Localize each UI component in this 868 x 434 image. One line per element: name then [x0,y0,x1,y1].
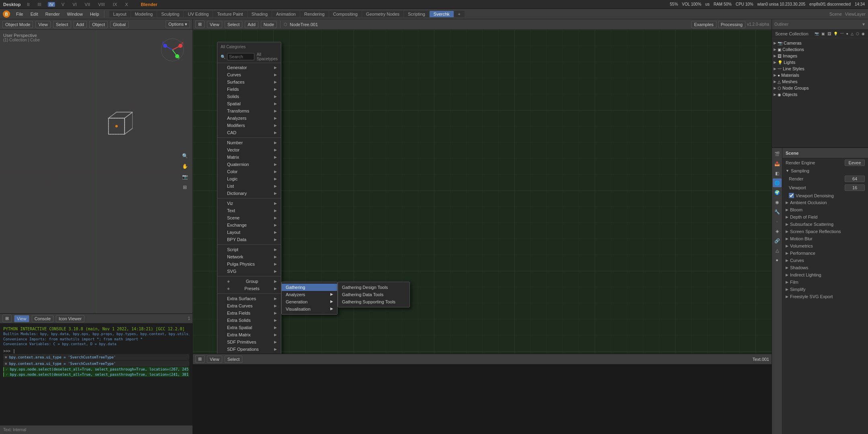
text-view-btn[interactable]: View [207,356,222,363]
outliner-objects-section[interactable]: ▶ ◉ Objects [772,91,868,98]
data-props-btn[interactable]: △ [773,246,782,255]
prop-section-volumetrics[interactable]: ▶Volumetrics [782,242,868,250]
grid-btn[interactable]: ⊞ [180,183,189,192]
ws-tab-layout[interactable]: Layout [109,11,131,17]
prop-section-bloom[interactable]: ▶Bloom [782,206,868,213]
scene-props-btn[interactable]: 🌐 [773,178,782,187]
outliner-collections-section[interactable]: ▶ ▣ Collections [772,46,868,53]
dropdown-item-layout[interactable]: Layout▶ [217,229,281,236]
console-tab-icon-viewer[interactable]: Icon Viewer [56,315,84,322]
dropdown-item-quaternion[interactable]: Quaternion▶ [217,161,281,168]
view-layer-props-btn[interactable]: ◧ [773,169,782,178]
dropdown-item-text[interactable]: Text▶ [217,207,281,214]
prop-section-shadows[interactable]: ▶Shadows [782,264,868,271]
dropdown-item-pulga[interactable]: Pulga Physics▶ [217,260,281,268]
menu-render[interactable]: Render [42,11,63,17]
gathering-submenu-generation[interactable]: Generation ▶ [282,298,337,305]
text-content-area[interactable] [193,364,772,434]
dropdown-item-list[interactable]: List▶ [217,182,281,190]
outliner-cameras-icon[interactable]: 📷 [815,32,819,36]
dropdown-item-group[interactable]: ◈Group▶ [217,278,281,285]
dropdown-search-input[interactable] [227,53,254,60]
dropdown-item-extra-matrix[interactable]: Extra Matrix▶ [217,331,281,338]
dropdown-item-generator[interactable]: Generator▶ [217,64,281,71]
render-props-btn[interactable]: 🎬 [773,149,782,158]
viewport-add-btn[interactable]: Add [74,21,87,28]
viewport-view-btn[interactable]: View [35,21,51,28]
prop-section-indirect-lighting[interactable]: ▶Indirect Lighting [782,271,868,278]
text-file-name[interactable]: Text.001 [752,357,769,362]
ws-tab-modeling[interactable]: Modeling [131,11,157,17]
outliner-objects-icon[interactable]: ◉ [862,32,865,36]
ws-tab-compositing[interactable]: Compositing [329,11,362,17]
dropdown-item-sdf-operations[interactable]: SDF Operations▶ [217,346,281,353]
ws-tab-animation[interactable]: Animation [272,11,300,17]
prop-section-curves[interactable]: ▶Curves [782,257,868,264]
outliner-linestyles-icon[interactable]: 〰 [840,32,844,36]
ws-tab-geonodes[interactable]: Geometry Nodes [362,11,403,17]
modifier-props-btn[interactable]: 🔧 [773,207,782,216]
menu-edit[interactable]: Edit [27,11,41,17]
node-processing-btn[interactable]: Processing [718,21,745,28]
particle-props-btn[interactable]: · [773,217,782,226]
tool-supporting[interactable]: Gathering Supporting Tools [338,298,409,305]
ws-tab-texture[interactable]: Texture Paint [213,11,247,17]
viewport-mode-btn[interactable]: Object Mode [2,21,33,28]
tool-data[interactable]: Gathering Data Tools [338,291,409,298]
dropdown-item-extra-solids[interactable]: Extra Solids▶ [217,317,281,324]
outliner-nodegroups-icon[interactable]: ⬡ [856,32,859,36]
dropdown-item-data[interactable]: Data▶ [217,353,281,354]
render-samples-value[interactable]: 64 [845,176,865,182]
cube-object[interactable] [100,110,133,142]
workspace-x[interactable]: X [123,2,129,7]
dropdown-item-color[interactable]: Color▶ [217,168,281,175]
dropdown-item-spatial[interactable]: Spatial▶ [217,100,281,107]
outliner-linestyles-section[interactable]: ▶ 〰 Line Styles [772,66,868,72]
ws-tab-scripting[interactable]: Scripting [404,11,429,17]
ws-tab-shading[interactable]: Shading [248,11,272,17]
dropdown-item-analyzers[interactable]: Analyzers▶ [217,115,281,122]
object-props-btn[interactable]: ◉ [773,198,782,207]
viewport-object-btn[interactable]: Object [89,21,108,28]
prop-section-depth-of-field[interactable]: ▶Depth of Field [782,213,868,221]
gathering-submenu-item-active[interactable]: Gathering [282,284,337,291]
outliner-meshes-icon[interactable]: △ [851,32,854,36]
console-panel-btn[interactable]: ⊞ [2,315,12,322]
outliner-images-icon[interactable]: 🖼 [827,32,831,36]
viewport-samples-value[interactable]: 16 [845,184,865,191]
workspace-iv[interactable]: IV [48,2,55,7]
dropdown-item-logic[interactable]: Logic▶ [217,175,281,182]
dropdown-item-solids[interactable]: Solids▶ [217,93,281,100]
node-tree-name[interactable]: NodeTree.001 [290,22,318,27]
dropdown-item-surfaces[interactable]: Surfaces▶ [217,78,281,86]
outliner-meshes-section[interactable]: ▶ △ Meshes [772,78,868,85]
sampling-collapsible[interactable]: ▼ Sampling [782,167,868,174]
ws-tab-sverchk[interactable]: Sverchk [430,11,454,17]
workspace-v[interactable]: V [60,2,66,7]
dropdown-item-modifiers[interactable]: Modifiers▶ [217,122,281,129]
dropdown-item-script[interactable]: Script▶ [217,246,281,253]
outliner-lights-section[interactable]: ▶ 💡 Lights [772,59,868,66]
node-area[interactable]: All Categories 🔍 All Spacetypes Generato… [193,30,772,354]
node-tab-view[interactable]: View [207,21,222,28]
text-panel-btn[interactable]: ⊞ [195,355,205,363]
zoom-in-btn[interactable]: 🔍 [180,151,189,160]
world-props-btn[interactable]: 🌍 [773,188,782,197]
node-tab-add[interactable]: Add [245,21,258,28]
dropdown-item-network[interactable]: Network▶ [217,253,281,260]
text-select-btn[interactable]: Select [225,356,243,363]
dropdown-item-scene[interactable]: Scene▶ [217,214,281,221]
camera-btn[interactable]: 📷 [180,172,189,181]
menu-file[interactable]: File [13,11,27,17]
outliner-lights-icon[interactable]: 💡 [833,32,838,36]
console-content[interactable]: PYTHON INTERACTIVE CONSOLE 3.10.8 (main,… [0,323,192,425]
dropdown-item-svg[interactable]: SVG▶ [217,268,281,275]
ws-tab-add[interactable]: + [454,11,465,17]
outliner-collections-icon[interactable]: ▣ [821,32,825,36]
dropdown-item-extra-surfaces[interactable]: Extra Surfaces▶ [217,295,281,302]
workspace-ii[interactable]: II [25,2,31,7]
dropdown-item-exchange[interactable]: Exchange▶ [217,221,281,229]
dropdown-item-transforms[interactable]: Transforms▶ [217,107,281,115]
outliner-materials-icon[interactable]: ● [846,32,848,36]
material-props-btn[interactable]: ● [773,256,782,264]
